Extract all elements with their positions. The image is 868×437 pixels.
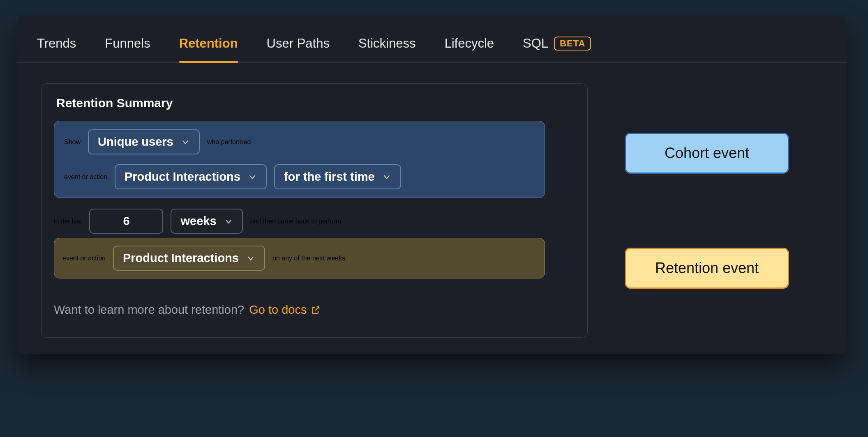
- text-event-or-action-1: event or action: [64, 173, 107, 181]
- retention-event-dropdown[interactable]: Product Interactions: [113, 246, 265, 271]
- tab-lifecycle[interactable]: Lifecycle: [444, 34, 494, 62]
- text-in-the-last: in the last: [54, 218, 82, 225]
- tab-stickiness[interactable]: Stickiness: [358, 34, 416, 62]
- tab-trends[interactable]: Trends: [37, 34, 76, 62]
- period-row: in the last 6 weeks and then came back t…: [54, 209, 575, 234]
- first-time-dropdown-label: for the first time: [284, 170, 375, 184]
- text-show: Show: [64, 138, 81, 146]
- tab-retention[interactable]: Retention: [179, 34, 238, 62]
- external-link-icon: [311, 305, 321, 315]
- chevron-down-icon: [248, 172, 257, 182]
- docs-link-label: Go to docs: [249, 303, 307, 317]
- app-window: Trends Funnels Retention User Paths Stic…: [16, 16, 847, 354]
- period-unit-dropdown-label: weeks: [180, 214, 216, 228]
- chevron-down-icon: [246, 254, 255, 263]
- text-who-performed: who performed: [207, 138, 251, 146]
- retention-event-callout: Retention event: [625, 248, 789, 289]
- users-dropdown-label: Unique users: [98, 135, 173, 149]
- retention-event-block: event or action Product Interactions on …: [54, 238, 545, 278]
- tab-funnels[interactable]: Funnels: [105, 34, 150, 62]
- tabs-row: Trends Funnels Retention User Paths Stic…: [16, 25, 847, 63]
- tab-sql-label: SQL: [523, 36, 548, 51]
- text-on-any-next: on any of the next weeks.: [272, 255, 347, 262]
- cohort-event-block: Show Unique users who performed event or…: [54, 121, 545, 198]
- docs-question: Want to learn more about retention?: [54, 303, 244, 317]
- chevron-down-icon: [181, 138, 190, 147]
- text-event-or-action-2: event or action: [62, 255, 106, 262]
- beta-badge: BETA: [554, 37, 591, 51]
- period-unit-dropdown[interactable]: weeks: [171, 209, 242, 234]
- users-dropdown[interactable]: Unique users: [88, 129, 200, 154]
- chevron-down-icon: [224, 217, 233, 226]
- cohort-event-dropdown[interactable]: Product Interactions: [115, 164, 267, 189]
- docs-link[interactable]: Go to docs: [249, 303, 321, 317]
- text-came-back: and then came back to perform: [250, 218, 341, 225]
- side-annotations: Cohort event Retention event: [625, 83, 789, 338]
- docs-row: Want to learn more about retention? Go t…: [54, 303, 575, 317]
- period-count-input[interactable]: 6: [89, 209, 163, 234]
- cohort-event-dropdown-label: Product Interactions: [125, 170, 240, 184]
- retention-event-dropdown-label: Product Interactions: [123, 251, 239, 265]
- cohort-event-callout: Cohort event: [625, 133, 789, 174]
- retention-summary-panel: Retention Summary Show Unique users who …: [41, 83, 588, 338]
- tab-sql[interactable]: SQL BETA: [523, 34, 591, 62]
- first-time-dropdown[interactable]: for the first time: [274, 164, 401, 189]
- chevron-down-icon: [382, 172, 391, 182]
- tab-user-paths[interactable]: User Paths: [267, 34, 330, 62]
- panel-title: Retention Summary: [54, 96, 575, 110]
